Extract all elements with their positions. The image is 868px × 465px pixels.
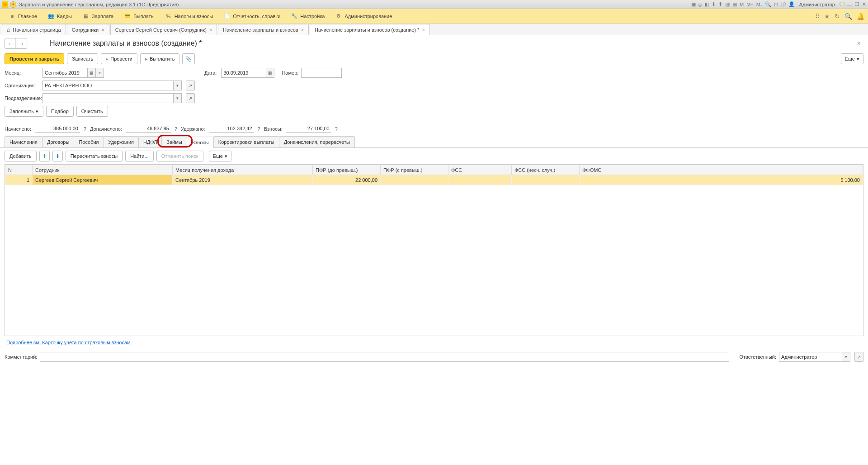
- tab-home[interactable]: ⌂Начальная страница: [2, 24, 66, 35]
- close-window-icon[interactable]: ✕: [862, 1, 866, 7]
- close-icon[interactable]: ×: [422, 27, 425, 33]
- cell-month[interactable]: Сентябрь 2019: [173, 175, 313, 185]
- org-open-button[interactable]: ↗: [186, 81, 195, 90]
- cell-fss[interactable]: [448, 175, 512, 185]
- titlebar-dropdown-icon[interactable]: ▼: [10, 1, 16, 8]
- subtab-corrections[interactable]: Корректировки выплаты: [213, 136, 279, 147]
- menu-settings[interactable]: 🔧Настройка: [286, 9, 330, 23]
- download-icon[interactable]: ⬇: [712, 1, 716, 7]
- org-input[interactable]: [42, 81, 174, 90]
- fill-button[interactable]: Заполнить ▾: [5, 106, 43, 117]
- calc-icon[interactable]: ▤: [732, 1, 737, 7]
- more-button[interactable]: Еще ▾: [841, 53, 863, 64]
- dept-dropdown-button[interactable]: ▾: [174, 93, 182, 103]
- subtab-ndfl[interactable]: НДФЛ: [138, 136, 162, 147]
- responsible-open-button[interactable]: ↗: [854, 352, 863, 362]
- subtab-loans[interactable]: Займы: [161, 136, 187, 147]
- save-button[interactable]: Записать: [67, 53, 98, 64]
- cell-pfr-above[interactable]: [381, 175, 448, 185]
- table-row[interactable]: 1 Сергеев Сергей Сергеевич Сентябрь 2019…: [5, 175, 863, 185]
- search-icon[interactable]: 🔍: [844, 13, 852, 20]
- star-icon[interactable]: ★: [824, 13, 830, 20]
- close-icon[interactable]: ×: [301, 27, 304, 33]
- post-button[interactable]: ▸Провести: [101, 53, 137, 64]
- close-icon[interactable]: ×: [209, 27, 212, 33]
- help-icon[interactable]: ?: [175, 126, 177, 132]
- select-button[interactable]: Подбор: [46, 106, 74, 117]
- insurance-card-link[interactable]: Подробнее см. Карточку учета по страховы…: [6, 340, 131, 345]
- contributions-table[interactable]: N Сотрудник Месяц получения дохода ПФР (…: [5, 164, 863, 336]
- table-more-button[interactable]: Еще ▾: [209, 151, 231, 161]
- info-icon[interactable]: ⓘ: [781, 1, 786, 8]
- m-plus-icon[interactable]: M+: [746, 2, 754, 7]
- month-picker-button[interactable]: ▦: [88, 68, 96, 78]
- cell-n[interactable]: 1: [5, 175, 33, 185]
- maximize-icon[interactable]: ❐: [855, 1, 859, 7]
- nav-back-button[interactable]: ←: [5, 38, 16, 48]
- menu-reports[interactable]: 📄Отчетность, справки: [218, 9, 286, 23]
- recalc-button[interactable]: Пересчитать взносы: [66, 151, 123, 161]
- help-icon[interactable]: ?: [84, 126, 86, 132]
- m-minus-icon[interactable]: M-: [756, 2, 762, 7]
- col-n[interactable]: N: [5, 165, 33, 175]
- help-icon[interactable]: ?: [258, 126, 260, 132]
- menu-vyplaty[interactable]: 💳Выплаты: [119, 9, 160, 23]
- print-icon[interactable]: ⎙: [698, 2, 702, 7]
- apps-grid-icon[interactable]: ⠿: [815, 13, 820, 20]
- cell-fss-acc[interactable]: [512, 175, 580, 185]
- history-icon[interactable]: ↻: [835, 13, 840, 20]
- upload-icon[interactable]: ⬆: [718, 1, 722, 7]
- responsible-dropdown-button[interactable]: ▾: [842, 352, 850, 362]
- col-fss[interactable]: ФСС: [448, 165, 512, 175]
- date-input[interactable]: [221, 68, 266, 78]
- calendar-icon[interactable]: ▥: [725, 1, 730, 7]
- move-up-button[interactable]: ⬆: [39, 151, 50, 161]
- col-pfr-above[interactable]: ПФР (с превыш.): [381, 165, 448, 175]
- close-icon[interactable]: ×: [101, 27, 104, 33]
- pay-button[interactable]: ▸Выплатить: [140, 53, 179, 64]
- toolbar-icon[interactable]: ▦: [691, 1, 696, 7]
- dept-open-button[interactable]: ↗: [186, 93, 195, 103]
- col-pfr-below[interactable]: ПФР (до превыш.): [313, 165, 381, 175]
- compare-icon[interactable]: ◧: [704, 1, 709, 7]
- minimize-icon[interactable]: —: [847, 2, 852, 7]
- org-dropdown-button[interactable]: ▾: [174, 81, 182, 90]
- add-row-button[interactable]: Добавить: [5, 151, 37, 161]
- find-button[interactable]: Найти...: [125, 151, 154, 161]
- comment-input[interactable]: [40, 352, 729, 362]
- month-spinner-button[interactable]: ÷: [96, 68, 104, 78]
- col-fss-acc[interactable]: ФСС (несч. случ.): [512, 165, 580, 175]
- window-icon[interactable]: ◻: [774, 1, 778, 7]
- menu-zarplata[interactable]: ▦Зарплата: [77, 9, 119, 23]
- m-icon[interactable]: M: [740, 2, 744, 7]
- subtab-contributions[interactable]: Взносы: [187, 137, 214, 148]
- col-employee[interactable]: Сотрудник: [33, 165, 173, 175]
- dept-input[interactable]: [42, 93, 174, 103]
- nav-forward-button[interactable]: →: [16, 38, 27, 48]
- menu-nalogi[interactable]: %Налоги и взносы: [160, 9, 219, 23]
- menu-admin[interactable]: ⚙Администрирование: [330, 9, 397, 23]
- col-month[interactable]: Месяц получения дохода: [173, 165, 313, 175]
- cell-ffoms[interactable]: 5 100,00: [580, 175, 863, 185]
- attach-button[interactable]: 📎: [182, 53, 195, 64]
- tab-payroll-create[interactable]: Начисление зарплаты и взносов (создание)…: [310, 24, 430, 35]
- subtab-deductions[interactable]: Удержания: [104, 136, 139, 147]
- subtab-contracts[interactable]: Договоры: [42, 136, 74, 147]
- menu-kadry[interactable]: 👥Кадры: [42, 9, 77, 23]
- menu-burger[interactable]: ≡Главное: [4, 9, 42, 23]
- tab-employee-card[interactable]: Сергеев Сергей Сергеевич (Сотрудник)×: [110, 24, 217, 35]
- date-picker-button[interactable]: ▦: [266, 68, 274, 78]
- help-icon[interactable]: ?: [335, 126, 338, 132]
- help-circle-icon[interactable]: ⓘ: [840, 1, 844, 8]
- cell-pfr-below[interactable]: 22 000,00: [313, 175, 381, 185]
- subtab-benefits[interactable]: Пособия: [74, 136, 104, 147]
- bell-icon[interactable]: 🔔: [857, 13, 864, 20]
- tab-payroll-list[interactable]: Начисление зарплаты и взносов×: [218, 24, 309, 35]
- month-input[interactable]: [42, 68, 88, 78]
- number-input[interactable]: [301, 68, 342, 78]
- zoom-icon[interactable]: 🔍: [765, 1, 771, 7]
- clear-button[interactable]: Очистить: [76, 106, 108, 117]
- subtab-recalc[interactable]: Доначисления, перерасчеты: [279, 136, 355, 147]
- tab-employees[interactable]: Сотрудники×: [67, 24, 109, 35]
- move-down-button[interactable]: ⬇: [52, 151, 63, 161]
